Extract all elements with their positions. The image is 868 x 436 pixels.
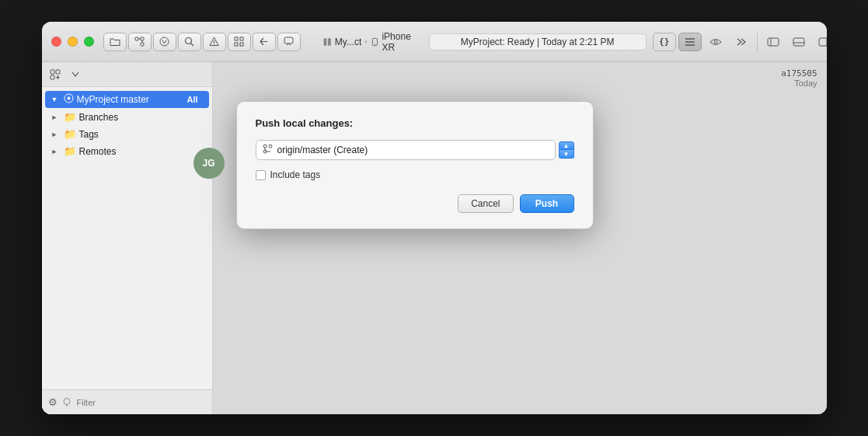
sidebar-item-branches[interactable]: ► 📁 Branches bbox=[45, 109, 209, 125]
branch-select[interactable]: origin/master (Create) bbox=[256, 140, 556, 160]
disclosure-arrow-branches: ► bbox=[51, 113, 62, 121]
branch-option-text: origin/master (Create) bbox=[277, 145, 549, 155]
toolbar-right: {} bbox=[653, 33, 827, 51]
stepper-up[interactable]: ▲ bbox=[559, 141, 574, 150]
sidebar-item-tags[interactable]: ► 📁 Tags bbox=[45, 126, 209, 142]
disclosure-arrow-tags: ► bbox=[51, 131, 62, 138]
include-tags-row: Include tags bbox=[256, 169, 574, 180]
svg-point-36 bbox=[64, 399, 70, 405]
svg-rect-25 bbox=[793, 38, 804, 46]
svg-rect-10 bbox=[235, 37, 238, 40]
add-source-btn[interactable] bbox=[47, 66, 64, 83]
device-icon bbox=[371, 37, 379, 47]
layout-right-btn[interactable] bbox=[813, 33, 827, 51]
avatar: JG bbox=[193, 148, 225, 179]
layout-left-btn[interactable] bbox=[762, 33, 785, 51]
disclosure-arrow-remotes: ► bbox=[51, 148, 62, 155]
breadcrumb: My...ct › iPhone XR bbox=[322, 31, 417, 53]
toolbar-left bbox=[103, 33, 301, 51]
push-button[interactable]: Push bbox=[520, 194, 574, 213]
sidebar-label-remotes: Remotes bbox=[79, 146, 117, 157]
svg-rect-29 bbox=[51, 70, 54, 74]
filter-input[interactable] bbox=[77, 396, 206, 410]
svg-point-35 bbox=[67, 97, 70, 100]
sidebar-item-root[interactable]: ▼ MyProject master All bbox=[45, 91, 209, 108]
content-area: ▼ MyProject master All ► 📁 Branches bbox=[42, 62, 827, 414]
sidebar: ▼ MyProject master All ► 📁 Branches bbox=[42, 62, 213, 414]
svg-rect-30 bbox=[56, 70, 60, 74]
svg-rect-0 bbox=[135, 37, 138, 40]
status-bar: MyProject: Ready | Today at 2:21 PM bbox=[429, 33, 647, 51]
svg-point-22 bbox=[714, 40, 717, 44]
arrow-btn[interactable] bbox=[253, 33, 276, 51]
sidebar-list: ▼ MyProject master All ► 📁 Branches bbox=[42, 87, 212, 389]
main-area: a175505 Today JG Push local changes: bbox=[213, 62, 827, 414]
svg-rect-13 bbox=[240, 43, 243, 46]
svg-rect-16 bbox=[327, 38, 330, 45]
svg-rect-12 bbox=[235, 43, 238, 46]
svg-rect-11 bbox=[240, 37, 243, 40]
forward-btn[interactable] bbox=[730, 33, 753, 51]
include-tags-label: Include tags bbox=[270, 169, 321, 180]
folder-icon-tags: 📁 bbox=[64, 128, 76, 140]
dialog-buttons: Cancel Push bbox=[256, 194, 574, 213]
breadcrumb-chevron-1: › bbox=[364, 37, 367, 46]
grid-btn[interactable] bbox=[228, 33, 251, 51]
search-btn[interactable] bbox=[178, 33, 201, 51]
svg-rect-27 bbox=[819, 38, 827, 46]
svg-rect-23 bbox=[768, 38, 779, 46]
disclose-btn[interactable] bbox=[67, 66, 84, 83]
svg-point-40 bbox=[269, 145, 272, 148]
all-badge[interactable]: All bbox=[182, 94, 202, 105]
minimize-button[interactable] bbox=[68, 37, 78, 47]
titlebar: My...ct › iPhone XR MyProject: Ready | T… bbox=[42, 22, 827, 62]
json-btn[interactable]: {} bbox=[653, 33, 676, 51]
maximize-button[interactable] bbox=[84, 37, 94, 47]
sidebar-label-branches: Branches bbox=[79, 112, 119, 123]
app-window: My...ct › iPhone XR MyProject: Ready | T… bbox=[42, 22, 827, 414]
issues-btn[interactable] bbox=[153, 33, 176, 51]
folder-icon-remotes: 📁 bbox=[64, 145, 76, 157]
svg-point-9 bbox=[214, 44, 214, 44]
svg-rect-2 bbox=[141, 37, 144, 40]
include-tags-checkbox[interactable] bbox=[256, 170, 266, 180]
close-button[interactable] bbox=[51, 37, 61, 47]
lines-btn[interactable] bbox=[678, 33, 702, 51]
branch-stepper[interactable]: ▲ ▼ bbox=[559, 141, 574, 159]
source-control-icon bbox=[64, 93, 74, 106]
layout-bottom-btn[interactable] bbox=[787, 33, 810, 51]
sidebar-item-label: MyProject master bbox=[77, 94, 149, 105]
warning-btn[interactable] bbox=[203, 33, 226, 51]
svg-rect-15 bbox=[323, 38, 326, 45]
status-display: MyProject: Ready | Today at 2:21 PM bbox=[429, 33, 647, 51]
svg-rect-1 bbox=[141, 43, 144, 46]
breadcrumb-device: iPhone XR bbox=[382, 31, 416, 53]
avatar-initials: JG bbox=[202, 158, 214, 169]
sidebar-toolbar bbox=[42, 62, 212, 87]
traffic-lights bbox=[51, 37, 94, 47]
folder-icon-branches: 📁 bbox=[64, 111, 76, 123]
stepper-down[interactable]: ▼ bbox=[559, 150, 574, 159]
gear-icon[interactable]: ⚙ bbox=[48, 396, 58, 408]
svg-point-6 bbox=[186, 38, 192, 44]
status-text: MyProject: Ready | Today at 2:21 PM bbox=[461, 37, 615, 47]
svg-rect-14 bbox=[284, 37, 293, 44]
dialog-title: Push local changes: bbox=[256, 117, 574, 129]
svg-point-18 bbox=[374, 44, 375, 44]
filter-icon bbox=[62, 397, 72, 407]
source-control-btn[interactable] bbox=[128, 33, 152, 51]
sidebar-label-tags: Tags bbox=[79, 129, 99, 140]
svg-point-39 bbox=[263, 145, 267, 148]
folder-btn[interactable] bbox=[103, 33, 127, 51]
sidebar-item-remotes[interactable]: ► 📁 Remotes bbox=[45, 143, 209, 159]
sidebar-footer: ⚙ bbox=[42, 389, 212, 414]
dialog-branch-row: origin/master (Create) ▲ ▼ bbox=[256, 140, 574, 160]
breadcrumb-project: My...ct bbox=[335, 37, 361, 47]
project-icon bbox=[322, 36, 332, 48]
chat-btn[interactable] bbox=[277, 33, 301, 51]
disclosure-arrow: ▼ bbox=[51, 96, 62, 103]
dialog-overlay: JG Push local changes: bbox=[213, 62, 827, 414]
eye-btn[interactable] bbox=[704, 33, 727, 51]
cancel-button[interactable]: Cancel bbox=[458, 194, 513, 213]
svg-line-7 bbox=[191, 44, 194, 47]
